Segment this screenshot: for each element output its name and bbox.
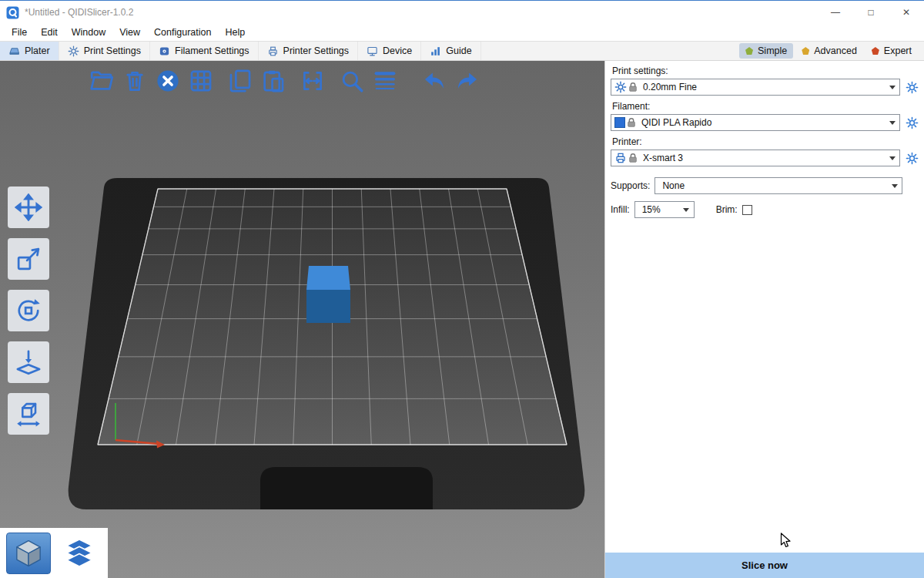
maximize-button[interactable]: □ <box>853 1 889 24</box>
gear-icon <box>614 81 627 93</box>
print-profile-value: 0.20mm Fine <box>643 82 886 92</box>
menubar: File Edit Window View Configuration Help <box>0 24 924 41</box>
main-area: Print settings: 0.20mm Fine Filament: <box>0 61 924 578</box>
search-button[interactable] <box>336 66 367 96</box>
minimize-button[interactable]: — <box>818 1 853 24</box>
split-button[interactable] <box>297 66 328 96</box>
print-profile-select[interactable]: 0.20mm Fine <box>611 79 900 96</box>
supports-select[interactable]: None <box>654 177 902 194</box>
menu-help[interactable]: Help <box>218 27 252 38</box>
view-switcher <box>0 528 108 578</box>
measure-button[interactable] <box>8 393 49 435</box>
search-icon <box>339 68 365 94</box>
variable-layer-height-icon <box>372 68 398 94</box>
tab-label: Guide <box>446 45 471 56</box>
window-controls: — □ ✕ <box>818 1 924 24</box>
paste-icon <box>260 68 286 94</box>
viewport-toolbar <box>86 66 483 96</box>
delete-all-button[interactable] <box>152 66 183 96</box>
filament-value: QIDI PLA Rapido <box>641 117 886 128</box>
close-button[interactable]: ✕ <box>889 1 924 24</box>
scale-icon <box>15 245 42 273</box>
menu-edit[interactable]: Edit <box>34 27 65 38</box>
move-button[interactable] <box>8 187 49 228</box>
device-icon <box>367 45 378 57</box>
infill-select[interactable]: 15% <box>634 201 695 218</box>
menu-configuration[interactable]: Configuration <box>147 27 218 38</box>
filament-select[interactable]: QIDI PLA Rapido <box>611 114 900 131</box>
rotate-button[interactable] <box>8 290 49 331</box>
supports-label: Supports: <box>611 180 650 191</box>
menu-window[interactable]: Window <box>65 27 112 38</box>
print-settings-gear-button[interactable] <box>904 79 919 95</box>
lock-icon <box>625 116 638 129</box>
model-cube-top[interactable] <box>306 266 350 290</box>
tab-label: Print Settings <box>84 45 141 56</box>
paste-button[interactable] <box>258 66 289 96</box>
filament-settings-gear-button[interactable] <box>904 115 919 130</box>
brim-label: Brim: <box>716 204 738 215</box>
delete-button[interactable] <box>119 66 150 96</box>
menu-file[interactable]: File <box>5 27 34 38</box>
viewport <box>0 61 604 578</box>
printer-icon <box>267 45 279 57</box>
tab-plater[interactable]: Plater <box>0 42 59 60</box>
printer-label: Printer: <box>612 136 919 147</box>
undo-button[interactable] <box>419 66 450 96</box>
qidislicer-window: *Untitled - QIDISlicer-1.0.2 — □ ✕ File … <box>0 0 924 578</box>
scale-button[interactable] <box>8 238 49 280</box>
plater-icon <box>8 45 20 57</box>
3d-scene[interactable] <box>0 61 604 578</box>
object-manipulation-toolbar <box>8 187 49 435</box>
simple-mode-icon <box>745 47 753 55</box>
printer-icon <box>614 152 627 164</box>
model-cube-front[interactable] <box>306 290 350 323</box>
preview-view-button[interactable] <box>57 533 102 574</box>
printer-select[interactable]: X-smart 3 <box>611 150 900 166</box>
tab-printer-settings[interactable]: Printer Settings <box>259 42 358 60</box>
arrange-icon <box>188 68 214 94</box>
tab-filament-settings[interactable]: Filament Settings <box>150 42 259 60</box>
copy-button[interactable] <box>225 66 256 96</box>
mode-switcher: Simple Advanced Expert <box>739 42 924 60</box>
mode-label: Expert <box>884 45 912 56</box>
window-title: *Untitled - QIDISlicer-1.0.2 <box>25 7 133 18</box>
tab-label: Printer Settings <box>283 45 349 56</box>
supports-value: None <box>662 180 888 191</box>
move-icon <box>15 193 42 221</box>
dropdown-arrow-icon <box>888 178 901 193</box>
tab-device[interactable]: Device <box>358 42 421 60</box>
filament-icon <box>159 45 170 57</box>
filament-color-swatch <box>614 117 625 128</box>
open-file-button[interactable] <box>86 66 117 96</box>
variable-layer-height-button[interactable] <box>370 66 400 96</box>
mode-label: Simple <box>758 45 787 56</box>
brim-checkbox[interactable] <box>742 205 752 215</box>
slice-now-button[interactable]: Slice now <box>605 553 924 578</box>
menu-view[interactable]: View <box>112 27 147 38</box>
mode-simple[interactable]: Simple <box>739 43 793 59</box>
sidebar: Print settings: 0.20mm Fine Filament: <box>604 61 924 578</box>
lock-icon <box>627 152 639 164</box>
printer-settings-gear-button[interactable] <box>904 150 919 166</box>
tab-label: Filament Settings <box>175 45 249 56</box>
3d-editor-view-button[interactable] <box>6 533 51 574</box>
mode-expert[interactable]: Expert <box>865 43 918 59</box>
infill-label: Infill: <box>611 204 630 215</box>
split-icon <box>300 68 326 94</box>
redo-button[interactable] <box>452 66 483 96</box>
arrange-button[interactable] <box>186 66 216 96</box>
place-on-face-button[interactable] <box>8 341 49 383</box>
tab-guide[interactable]: Guide <box>421 42 480 60</box>
dropdown-arrow-icon <box>886 115 899 130</box>
lock-icon <box>627 81 639 93</box>
cube-view-icon <box>12 537 45 570</box>
measure-icon <box>15 400 42 428</box>
guide-icon <box>430 45 441 57</box>
mode-advanced[interactable]: Advanced <box>795 43 863 59</box>
tab-print-settings[interactable]: Print Settings <box>59 42 150 60</box>
trash-icon <box>122 68 148 94</box>
bed-handle-notch <box>260 467 433 509</box>
dropdown-arrow-icon <box>886 79 899 95</box>
app-icon <box>6 6 19 19</box>
